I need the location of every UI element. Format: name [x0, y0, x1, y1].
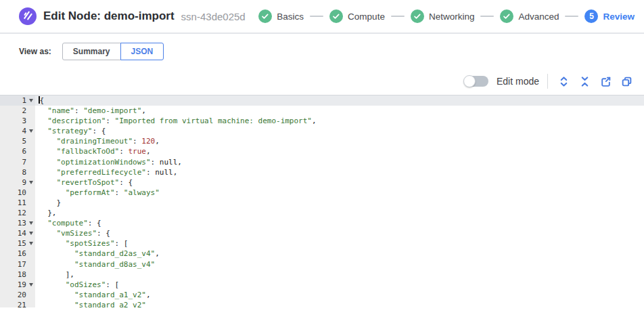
step-advanced[interactable]: Advanced: [500, 9, 559, 23]
editor-line: 20 "standard_a1_v2",: [0, 290, 644, 300]
wizard-stepper: BasicsComputeNetworkingAdvanced5Review: [258, 9, 635, 23]
fold-toggle[interactable]: [26, 232, 35, 235]
step-check-icon: [258, 9, 272, 23]
code-line[interactable]: "strategy": {: [35, 126, 106, 136]
editor-line: 4 "strategy": {: [0, 126, 644, 136]
step-label: Review: [603, 12, 635, 22]
code-line[interactable]: },: [35, 208, 57, 218]
toggle-knob: [463, 75, 476, 87]
code-line[interactable]: "standard_d2as_v4",: [35, 249, 160, 259]
line-number: 13: [0, 218, 26, 228]
line-number: 10: [0, 188, 26, 198]
line-number: 12: [0, 208, 26, 218]
line-number: 4: [0, 126, 26, 136]
code-line[interactable]: "spotSizes": [: [35, 238, 128, 249]
line-gutter: 17: [0, 259, 35, 270]
line-gutter: 4: [0, 126, 35, 136]
code-line[interactable]: "drainingTimeout": 120,: [35, 136, 160, 146]
code-line[interactable]: "performAt": "always": [35, 188, 160, 198]
line-number: 2: [0, 106, 26, 116]
spot-logo-icon: [19, 7, 37, 25]
line-number: 8: [0, 167, 26, 177]
line-gutter: 1: [0, 95, 35, 106]
line-gutter: 5: [0, 136, 35, 146]
fold-arrow-icon: [29, 221, 33, 225]
line-gutter: 10: [0, 188, 35, 198]
line-number: 5: [0, 136, 26, 146]
line-gutter: 19: [0, 280, 35, 290]
view-as-json-button[interactable]: JSON: [120, 43, 164, 60]
edit-mode-label: Edit mode: [497, 76, 539, 87]
code-line[interactable]: "fallbackToOd": true,: [35, 146, 151, 156]
line-gutter: 7: [0, 157, 35, 167]
view-as-label: View as:: [19, 47, 51, 56]
editor-line: 10 "performAt": "always": [0, 188, 644, 198]
code-line[interactable]: "revertToSpot": {: [35, 177, 133, 188]
code-line[interactable]: "standard_d8as_v4": [35, 259, 155, 270]
copy-icon[interactable]: [619, 74, 635, 89]
step-label: Advanced: [518, 12, 559, 22]
step-networking[interactable]: Networking: [411, 9, 475, 23]
line-gutter: 9: [0, 177, 35, 188]
step-check-icon: [411, 9, 424, 23]
fold-toggle[interactable]: [26, 181, 35, 184]
fold-toggle[interactable]: [26, 129, 35, 133]
code-line[interactable]: "standard_a2_v2": [35, 300, 146, 307]
code-line[interactable]: "name": "demo-import",: [35, 106, 146, 116]
fold-arrow-icon: [29, 242, 33, 245]
collapse-all-icon[interactable]: [577, 74, 593, 89]
editor-line: 9 "revertToSpot": {: [0, 177, 644, 188]
editor-line: 6 "fallbackToOd": true,: [0, 146, 644, 156]
step-connector: [480, 16, 494, 17]
step-connector: [310, 16, 323, 17]
fold-toggle[interactable]: [26, 242, 35, 245]
code-line[interactable]: }: [35, 198, 61, 208]
toolbar-divider: [547, 74, 548, 89]
page-title: Edit Node: demo-import: [43, 9, 175, 23]
fold-toggle[interactable]: [26, 99, 35, 102]
code-line[interactable]: "description": "Imported from virtual ma…: [35, 116, 317, 126]
code-line[interactable]: ],: [35, 270, 74, 280]
line-gutter: 18: [0, 270, 35, 280]
line-number: 19: [0, 280, 26, 290]
code-line[interactable]: "compute": {: [35, 218, 101, 228]
edit-node-page: Edit Node: demo-import ssn-43de025d Basi…: [0, 0, 644, 321]
line-gutter: 6: [0, 146, 35, 156]
editor-line: 1{: [0, 95, 644, 106]
export-icon[interactable]: [598, 74, 614, 89]
step-check-icon: [329, 9, 343, 23]
step-review[interactable]: 5Review: [584, 9, 635, 23]
line-number: 7: [0, 157, 26, 167]
code-line[interactable]: "optimizationWindows": null,: [35, 157, 182, 167]
view-as-summary-button[interactable]: Summary: [62, 43, 121, 60]
line-gutter: 3: [0, 116, 35, 126]
fold-toggle[interactable]: [26, 283, 35, 286]
node-id: ssn-43de025d: [181, 11, 246, 22]
line-gutter: 16: [0, 249, 35, 259]
line-number: 15: [0, 238, 26, 249]
step-basics[interactable]: Basics: [258, 9, 304, 23]
code-line[interactable]: "odSizes": [: [35, 280, 119, 290]
editor-line: 12 },: [0, 208, 644, 218]
editor-line: 11 }: [0, 198, 644, 208]
line-gutter: 21: [0, 300, 35, 307]
step-check-icon: [500, 9, 513, 23]
code-line[interactable]: "standard_a1_v2",: [35, 290, 151, 300]
json-editor[interactable]: 1{2 "name": "demo-import",3 "description…: [0, 95, 644, 307]
editor-line: 16 "standard_d2as_v4",: [0, 249, 644, 259]
code-line[interactable]: {: [35, 95, 44, 106]
fold-toggle[interactable]: [26, 221, 35, 225]
line-number: 3: [0, 116, 26, 126]
code-line[interactable]: "vmSizes": {: [35, 228, 110, 238]
expand-all-icon[interactable]: [556, 74, 572, 89]
editor-line: 19 "odSizes": [: [0, 280, 644, 290]
step-connector: [565, 16, 578, 17]
line-gutter: 15: [0, 238, 35, 249]
step-compute[interactable]: Compute: [329, 9, 385, 23]
code-line[interactable]: "preferredLifecycle": null,: [35, 167, 177, 177]
step-number-badge: 5: [584, 9, 598, 23]
fold-arrow-icon: [29, 232, 33, 235]
line-number: 17: [0, 259, 26, 270]
edit-mode-toggle[interactable]: [464, 76, 488, 87]
editor-line: 2 "name": "demo-import",: [0, 106, 644, 116]
